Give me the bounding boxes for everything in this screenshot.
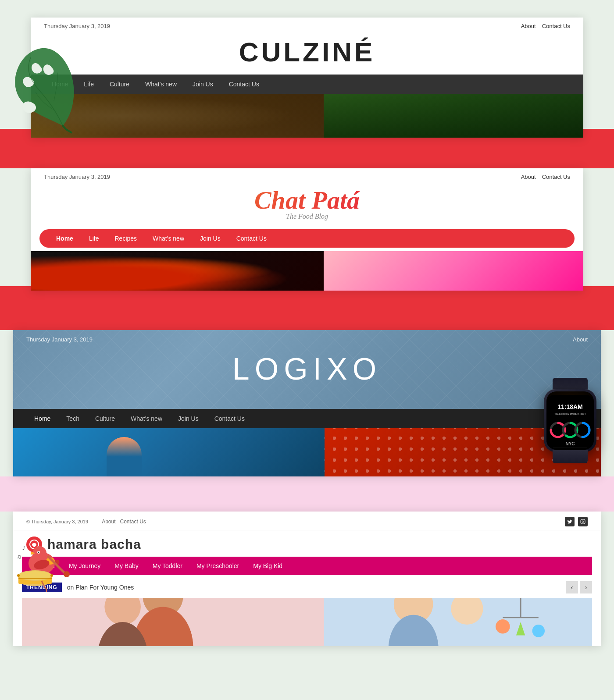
hamara-hero-image-1 [22,598,324,646]
chatpata-nav-life[interactable]: Life [81,229,107,248]
chatpata-logo-area: Chat Patá The Food Blog [31,183,583,226]
pink-banner [0,476,614,512]
chatpata-nav-contact[interactable]: Contact Us [228,229,275,248]
logixo-nav-join-us[interactable]: Join Us [170,409,207,428]
logixo-hero-image-1 [13,428,325,476]
hamara-topbar-left: © Thursday, January 3, 2019 | About Cont… [26,519,146,525]
trending-badge: TRENDING [22,583,62,592]
culzine-nav-home[interactable]: Home [44,75,76,94]
hamara-images [22,598,592,646]
hamara-section: ♪ ♫ © Thursday, January 3, 2019 | About [0,512,614,646]
culzine-nav-join-us[interactable]: Join Us [185,75,221,94]
svg-point-45 [532,625,545,637]
culzine-contact-link[interactable]: Contact Us [542,23,570,29]
trending-text: on Plan For Young Ones [67,584,560,591]
culzine-nav-life[interactable]: Life [76,75,102,94]
logixo-images [13,428,601,476]
instagram-icon[interactable] [578,517,588,526]
hamara-logo-area: hamara bacha [13,530,601,557]
hamara-trending-bar: TRENDING on Plan For Young Ones ‹ › [22,581,592,593]
hamara-nav-baby[interactable]: My Baby [107,557,145,575]
hamara-nav-home[interactable]: Home [31,557,62,575]
hamara-contact-link[interactable]: Contact Us [120,519,146,525]
chatpata-toplinks: About Contact Us [521,174,570,180]
hamara-nav-journey[interactable]: My Journey [62,557,107,575]
logixo-section: Thursday January 3, 2019 About LOGIXO Ho… [0,330,614,476]
twitter-icon[interactable] [565,517,575,526]
culzine-toplinks: About Contact Us [521,23,570,29]
chatpata-section: Thursday January 3, 2019 About Contact U… [0,168,614,291]
svg-point-31 [584,520,584,521]
separator-1: | [94,519,96,525]
culzine-logo-area: CULZINÉ [31,32,583,75]
culzine-nav-culture[interactable]: Culture [102,75,137,94]
hamara-copyright: © Thursday, January 3, 2019 [26,519,88,524]
logixo-nav-culture[interactable]: Culture [87,409,123,428]
logixo-nav-tech[interactable]: Tech [58,409,87,428]
hamara-social-icons [565,517,588,526]
chatpata-tagline: The Food Blog [31,213,583,220]
logixo-nav: Home Tech Culture What's new Join Us Con… [13,409,601,428]
logixo-date: Thursday January 3, 2019 [26,336,93,343]
logixo-card: Thursday January 3, 2019 About LOGIXO Ho… [13,330,601,476]
chatpata-hero-image-2 [324,251,583,291]
chatpata-nav-join-us[interactable]: Join Us [192,229,228,248]
trending-arrows: ‹ › [566,581,592,593]
logixo-topbar: Thursday January 3, 2019 About [13,330,601,343]
logixo-nav-home[interactable]: Home [26,409,58,428]
logixo-toplinks: About [573,336,588,343]
trending-prev-arrow[interactable]: ‹ [566,581,578,593]
culzine-date: Thursday January 3, 2019 [44,23,110,29]
hamara-logo-icon [26,537,42,552]
red-banner-2 [0,286,614,330]
chatpata-nav-whats-new[interactable]: What's new [145,229,192,248]
culzine-images [31,94,583,138]
hamara-card: © Thursday, January 3, 2019 | About Cont… [13,512,601,646]
logixo-logo: LOGIXO [13,352,601,387]
culzine-hero-image-1 [31,94,324,138]
chatpata-nav: Home Life Recipes What's new Join Us Con… [39,229,575,248]
svg-point-30 [582,521,584,522]
chatpata-logo: Chat Patá [31,186,583,214]
chatpata-nav-home[interactable]: Home [48,229,81,248]
chatpata-topbar: Thursday January 3, 2019 About Contact U… [31,168,583,183]
hamara-hero-image-2 [324,598,592,646]
culzine-nav: Home Life Culture What's new Join Us Con… [31,75,583,94]
culzine-topbar: Thursday January 3, 2019 About Contact U… [31,18,583,32]
culzine-hero-image-2 [324,94,583,138]
hamara-logo-text: hamara bacha [47,537,141,552]
logixo-nav-contact[interactable]: Contact Us [207,409,253,428]
logixo-nav-whats-new[interactable]: What's new [123,409,170,428]
logixo-header: Thursday January 3, 2019 About LOGIXO [13,330,601,409]
chatpata-nav-recipes[interactable]: Recipes [107,229,145,248]
hamara-nav-big-kid[interactable]: My Big Kid [246,557,289,575]
chatpata-hero-image-1 [31,251,324,291]
culzine-section: Thursday January 3, 2019 About Contact U… [0,18,614,138]
hamara-topbar: © Thursday, January 3, 2019 | About Cont… [13,512,601,530]
culzine-about-link[interactable]: About [521,23,536,29]
culzine-logo: CULZINÉ [31,36,583,68]
chatpata-images [31,251,583,291]
chatpata-contact-link[interactable]: Contact Us [542,174,570,180]
trending-next-arrow[interactable]: › [580,581,592,593]
chatpata-date: Thursday January 3, 2019 [44,174,110,180]
culzine-nav-contact[interactable]: Contact Us [221,75,267,94]
hamara-about-link[interactable]: About [102,519,115,525]
culzine-card: Thursday January 3, 2019 About Contact U… [31,18,583,138]
svg-rect-29 [581,519,585,524]
logixo-logo-area: LOGIXO [13,343,601,397]
svg-point-44 [496,619,510,634]
logixo-hero-image-2 [325,428,601,476]
chatpata-card: Thursday January 3, 2019 About Contact U… [31,168,583,291]
hamara-nav-toddler[interactable]: My Toddler [146,557,189,575]
hamara-nav-preschooler[interactable]: My Preschooler [189,557,246,575]
hamara-nav: Home My Journey My Baby My Toddler My Pr… [22,557,592,575]
culzine-nav-whats-new[interactable]: What's new [137,75,185,94]
logixo-about-link[interactable]: About [573,336,588,343]
chatpata-about-link[interactable]: About [521,174,536,180]
